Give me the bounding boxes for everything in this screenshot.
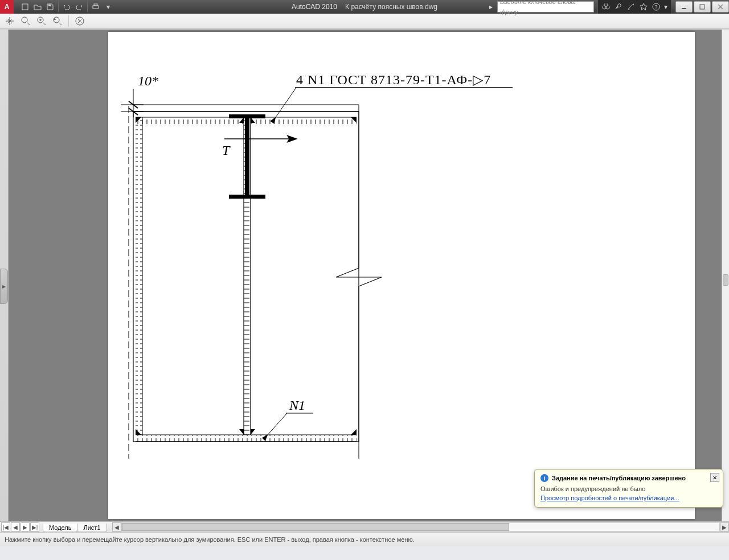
tab-prev-button[interactable]: ◀ [11,522,20,532]
layout-tab-strip: |◀ ◀ ▶ ▶| Модель Лист1 ◀ ▶ [0,521,729,532]
hscroll-right-button[interactable]: ▶ [720,522,729,532]
svg-text:?: ? [654,4,657,10]
tab-last-button[interactable]: ▶| [30,522,39,532]
info-icon: i [540,474,548,482]
help-dropdown-icon[interactable]: ▾ [663,2,669,12]
hscroll-track[interactable] [121,522,720,532]
tab-next-button[interactable]: ▶ [21,522,30,532]
status-text: Нажмите кнопку выбора и перемещайте курс… [5,536,415,543]
svg-rect-9 [700,5,705,9]
tool-palette-handle[interactable]: ▸ [0,269,8,304]
qat-redo-icon[interactable] [73,1,85,13]
qat-new-icon[interactable] [19,1,31,13]
quick-access-toolbar: ▾ [16,1,117,13]
vertical-scroll-thumb[interactable] [723,274,728,286]
wrench-icon[interactable] [613,2,624,12]
svg-rect-33 [229,114,265,118]
svg-point-4 [603,6,606,9]
drawing-area[interactable]: ▸ [0,29,729,521]
drawing-main-note: 4 N1 ГОСТ 8713-79-Т1-АФ-▷7 [296,72,491,87]
svg-line-13 [43,22,46,25]
svg-point-10 [22,17,27,23]
svg-rect-35 [229,195,265,199]
close-button[interactable] [712,1,729,13]
layout-tabs: Модель Лист1 [43,522,107,532]
balloon-details-link[interactable]: Просмотр подробностей о печати/публикаци… [540,495,679,501]
qat-open-icon[interactable] [32,1,43,13]
app-name: AutoCAD 2010 [292,3,337,11]
zoom-realtime-icon[interactable] [19,15,32,27]
paper-sheet: T 4 N1 ГОСТ 8713-79-Т1-АФ-▷7 N1 10* [108,32,695,519]
zoom-toolbar [0,14,729,29]
title-bar: A ▾ AutoCAD 2010 К расчёту поясных швов.… [0,0,729,14]
svg-rect-25 [136,435,357,442]
hscroll-left-button[interactable]: ◀ [112,522,121,532]
balloon-message: Ошибок и предупреждений не было [540,485,717,492]
maximize-button[interactable] [694,1,711,13]
drawing-label-T: T [222,143,231,158]
drawing-dim-label: 10* [138,73,158,88]
search-input[interactable]: Введите ключевое слово/фразу [497,1,594,13]
zoom-cancel-icon[interactable] [73,15,86,27]
balloon-close-button[interactable]: ✕ [710,473,719,482]
tab-nav-buttons: |◀ ◀ ▶ ▶| [0,522,40,532]
drawing-label-N1: N1 [289,398,305,413]
svg-line-43 [268,413,287,435]
svg-rect-3 [94,4,97,6]
svg-rect-28 [136,117,142,435]
svg-line-11 [27,22,30,25]
layout-tab-sheet1[interactable]: Лист1 [77,524,107,532]
svg-rect-1 [48,5,51,6]
layout-tab-model[interactable]: Модель [43,524,77,532]
horizontal-scrollbar[interactable]: ◀ ▶ [112,522,729,532]
vertical-scrollbar[interactable] [722,30,729,521]
tab-first-button[interactable]: |◀ [1,522,10,532]
star-icon[interactable] [638,2,649,12]
document-name: К расчёту поясных швов.dwg [345,3,437,11]
svg-line-41 [276,88,296,117]
minimize-button[interactable] [675,1,693,13]
infocenter: ▸ Введите ключевое слово/фразу [485,1,597,13]
app-logo-icon[interactable]: A [0,0,14,14]
pan-icon[interactable] [3,15,16,27]
hscroll-thumb[interactable] [122,523,509,531]
binoculars-icon[interactable] [600,2,612,12]
svg-point-5 [606,6,609,9]
qat-print-icon[interactable] [90,1,101,13]
svg-line-17 [59,22,62,25]
infocenter-tools: ? ▾ [597,0,671,14]
cad-drawing: T 4 N1 ГОСТ 8713-79-Т1-АФ-▷7 N1 10* [108,32,695,519]
zoom-window-icon[interactable] [35,15,48,27]
print-complete-balloon: ✕ i Задание на печать/публикацию заверше… [534,469,723,508]
qat-save-icon[interactable] [44,1,56,13]
svg-rect-2 [93,6,99,9]
qat-undo-icon[interactable] [61,1,72,13]
svg-rect-34 [245,118,249,195]
svg-rect-0 [22,4,28,10]
status-bar: Нажмите кнопку выбора и перемещайте курс… [0,532,729,546]
title-center: AutoCAD 2010 К расчёту поясных швов.dwg [292,3,437,11]
qat-dropdown-icon[interactable]: ▾ [103,1,114,13]
help-icon[interactable]: ? [650,2,662,12]
window-buttons [674,0,729,14]
satellite-icon[interactable] [625,2,637,12]
search-arrow-icon[interactable]: ▸ [486,2,496,12]
zoom-previous-icon[interactable] [51,15,64,27]
balloon-title: Задание на печать/публикацию завершено [552,475,686,481]
